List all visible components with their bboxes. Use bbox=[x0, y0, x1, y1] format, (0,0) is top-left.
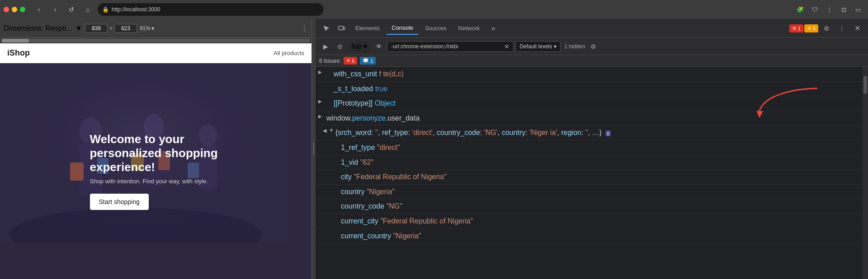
prop-value: "Federal Republic of Nigeria" bbox=[354, 171, 446, 183]
hero-content: Welcome to your personalized shopping ex… bbox=[79, 121, 233, 221]
devtools-more-button[interactable]: ⋮ bbox=[835, 21, 849, 36]
issues-error-count: 5 bbox=[352, 58, 354, 64]
console-line: _s_t_loaded: true bbox=[316, 82, 863, 97]
console-eye-button[interactable]: 👁 bbox=[373, 40, 385, 53]
prop-value: "Federal Republic of Nigeria" bbox=[380, 215, 473, 227]
device-icon bbox=[338, 25, 345, 32]
browser-chrome: ‹ › ↺ ⌂ 🔒 http://localhost:3000 🧩 🛡 ⋮ ⊡ … bbox=[0, 0, 868, 19]
prop-name: country_code bbox=[341, 200, 384, 212]
minimize-window-dot[interactable] bbox=[12, 7, 17, 12]
start-shopping-button[interactable]: Start shopping bbox=[90, 194, 149, 210]
all-products-link[interactable]: All products bbox=[274, 50, 304, 56]
device-toggle-button[interactable] bbox=[335, 21, 349, 36]
devtools-size-button[interactable]: ▭ bbox=[852, 3, 864, 16]
devtools-panel: Elements Console Sources Network » ✕ 1 ✕… bbox=[316, 19, 868, 279]
tab-network[interactable]: Network bbox=[453, 22, 486, 34]
issues-bar: 6 Issues: ✕ 5 💬 1 bbox=[316, 55, 868, 67]
svg-rect-15 bbox=[344, 27, 345, 30]
tab-console[interactable]: Console bbox=[386, 22, 419, 35]
expand-arrow[interactable]: ▶ bbox=[318, 69, 322, 76]
width-input[interactable] bbox=[85, 24, 108, 33]
prop-value: "NG" bbox=[387, 200, 402, 212]
console-line: 1_ref_type: "direct" bbox=[316, 140, 863, 155]
responsive-label: Dimensions: Respo... bbox=[4, 24, 72, 33]
dimension-selector: × bbox=[85, 24, 137, 33]
console-run-button[interactable]: ▶ bbox=[319, 40, 332, 53]
cursor-icon bbox=[323, 25, 330, 32]
inspect-element-button[interactable] bbox=[319, 21, 334, 36]
expand-arrow[interactable]: ▶ bbox=[318, 98, 322, 105]
console-line: ▶ [[Prototype]]: Object bbox=[316, 96, 863, 111]
command-text: window.personyze.user_data bbox=[326, 112, 420, 124]
prop-value: "62" bbox=[360, 157, 373, 168]
level-label: Default levels bbox=[519, 43, 552, 50]
console-block-button[interactable]: ⊘ bbox=[334, 40, 346, 53]
console-secondary-toolbar: ▶ ⊘ top ▾ 👁 -url:chrome-extension://nkbi… bbox=[316, 38, 868, 55]
back-button[interactable]: ‹ bbox=[33, 3, 45, 16]
drag-divider[interactable] bbox=[312, 19, 316, 279]
hero-title: Welcome to your personalized shopping ex… bbox=[90, 132, 222, 175]
devtools-tab-bar: Elements Console Sources Network » ✕ 1 ✕… bbox=[316, 19, 868, 38]
console-settings-button[interactable]: ⚙ bbox=[587, 40, 599, 53]
console-line: current_city: "Federal Republic of Niger… bbox=[316, 214, 863, 229]
prop-name: current_city bbox=[341, 215, 378, 227]
height-input[interactable] bbox=[114, 24, 137, 33]
forward-button[interactable]: › bbox=[49, 3, 61, 16]
console-scrollbar[interactable] bbox=[863, 67, 868, 279]
scrollbar-thumb[interactable] bbox=[2, 39, 29, 42]
tab-sources[interactable]: Sources bbox=[420, 22, 452, 34]
responsive-more-icon[interactable]: ⋮ bbox=[301, 24, 308, 33]
warn-count: 5 bbox=[813, 26, 816, 31]
context-dropdown-icon: ▾ bbox=[363, 42, 367, 51]
context-selector[interactable]: top ▾ bbox=[348, 41, 371, 52]
shield-icon[interactable]: 🛡 bbox=[808, 3, 821, 16]
hero-background: Welcome to your personalized shopping ex… bbox=[0, 63, 311, 279]
drag-handle bbox=[313, 142, 314, 156]
zoom-selector[interactable]: 91% ▾ bbox=[140, 25, 154, 32]
menu-button[interactable]: ⋮ bbox=[823, 3, 835, 16]
prop-value: "Nigeria" bbox=[393, 230, 421, 242]
expand-arrow[interactable]: ▶ bbox=[318, 113, 322, 120]
result-arrow: ◀ bbox=[323, 127, 326, 135]
maximize-window-dot[interactable] bbox=[20, 7, 25, 12]
level-dropdown-icon: ▾ bbox=[554, 43, 557, 50]
home-button[interactable]: ⌂ bbox=[81, 3, 94, 16]
context-label: top bbox=[352, 42, 362, 51]
dimension-separator: × bbox=[109, 25, 113, 32]
tab-elements[interactable]: Elements bbox=[350, 22, 385, 34]
error-badge: ✕ 1 bbox=[789, 24, 803, 33]
prop-name: with_css_unit bbox=[334, 68, 377, 80]
filter-clear-button[interactable]: ✕ bbox=[504, 43, 509, 50]
devtools-settings-button[interactable]: ⚙ bbox=[819, 21, 834, 36]
expand-icon[interactable]: ▼ bbox=[329, 127, 334, 134]
address-bar[interactable]: 🔒 http://localhost:3000 bbox=[98, 3, 324, 16]
level-selector[interactable]: Default levels ▾ bbox=[515, 41, 561, 52]
devtools-close-button[interactable]: ✕ bbox=[850, 21, 864, 36]
window-controls bbox=[4, 7, 25, 12]
hero-subtitle: Shop with intention. Find your way, with… bbox=[90, 178, 222, 185]
result-value: {srch_word: '', ref_type: 'direct', coun… bbox=[335, 127, 611, 139]
console-scrollbar-thumb[interactable] bbox=[863, 76, 867, 94]
ishop-logo: iShop bbox=[7, 48, 30, 58]
zoom-value: 91% bbox=[140, 25, 151, 32]
filter-input-container[interactable]: -url:chrome-extension://nkbi ✕ bbox=[387, 41, 514, 52]
refresh-button[interactable]: ↺ bbox=[65, 3, 78, 16]
scrollbar-track bbox=[2, 39, 310, 42]
console-main: ▶ with_css_unit: f te(d,c) _s_t_loaded: … bbox=[316, 67, 868, 279]
prop-name: current_country bbox=[341, 230, 391, 242]
more-tabs-button[interactable]: » bbox=[486, 21, 500, 36]
extensions-button[interactable]: 🧩 bbox=[794, 3, 807, 16]
console-line: country: "Nigeria" bbox=[316, 185, 863, 200]
console-output[interactable]: ▶ with_css_unit: f te(d,c) _s_t_loaded: … bbox=[316, 67, 863, 279]
console-line: ▶ with_css_unit: f te(d,c) bbox=[316, 67, 863, 82]
prop-name: _s_t_loaded bbox=[334, 83, 373, 95]
prop-value: "Nigeria" bbox=[367, 186, 395, 198]
close-window-dot[interactable] bbox=[4, 7, 9, 12]
issues-warn-badge: 💬 1 bbox=[360, 57, 376, 65]
restore-button[interactable]: ⊡ bbox=[837, 3, 850, 16]
console-command-line: ▶ window.personyze.user_data bbox=[316, 111, 863, 126]
console-line: city: "Federal Republic of Nigeria" bbox=[316, 170, 863, 185]
hidden-badge: 1 hidden bbox=[564, 43, 585, 50]
zoom-dropdown-icon: ▾ bbox=[151, 25, 154, 32]
page-hero: Welcome to your personalized shopping ex… bbox=[0, 63, 311, 279]
